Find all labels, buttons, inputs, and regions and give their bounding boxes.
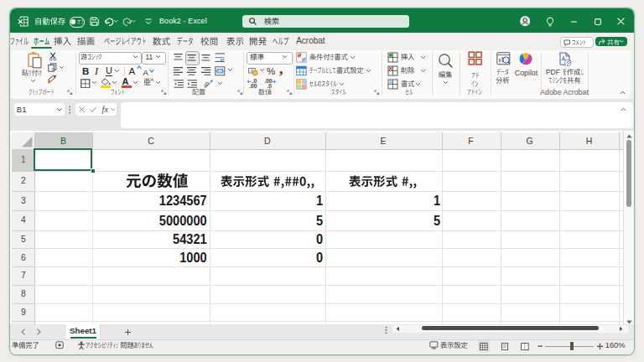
svg-text:.0: .0: [267, 83, 272, 88]
svg-text:ab: ab: [204, 80, 210, 88]
svg-text:.00: .00: [249, 83, 257, 88]
